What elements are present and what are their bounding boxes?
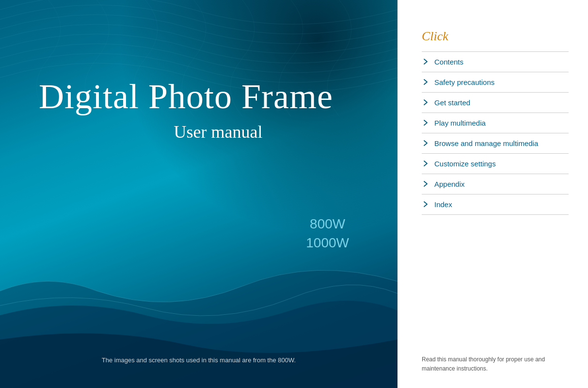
footer-note: Read this manual thoroughly for proper u… xyxy=(422,355,569,373)
right-panel: Click Contents Safety precautions Get st… xyxy=(397,0,588,388)
nav-label-customize: Customize settings xyxy=(434,159,496,169)
nav-item-index[interactable]: Index xyxy=(422,194,569,215)
nav-arrow-icon xyxy=(422,200,429,208)
nav-arrow-icon xyxy=(422,58,429,65)
nav-label-appendix: Appendix xyxy=(434,179,465,189)
cover-panel: Digital Photo Frame User manual 800W 100… xyxy=(0,0,397,388)
sub-title: User manual xyxy=(78,122,359,142)
svg-rect-0 xyxy=(0,0,397,388)
model-1000w: 1000W xyxy=(306,233,349,252)
nav-arrow-icon xyxy=(422,119,429,127)
main-title: Digital Photo Frame xyxy=(39,78,359,116)
title-area: Digital Photo Frame User manual xyxy=(39,78,359,142)
nav-arrow-icon xyxy=(422,160,429,167)
nav-item-browse-multimedia[interactable]: Browse and manage multimedia xyxy=(422,133,569,154)
cover-footer: The images and screen shots used in this… xyxy=(0,356,397,364)
nav-arrow-icon xyxy=(422,139,429,147)
nav-item-safety[interactable]: Safety precautions xyxy=(422,72,569,93)
nav-label-index: Index xyxy=(434,199,452,210)
nav-arrow-icon xyxy=(422,180,429,188)
nav-item-play-multimedia[interactable]: Play multimedia xyxy=(422,113,569,133)
click-heading: Click xyxy=(422,29,569,44)
nav-label-safety: Safety precautions xyxy=(434,77,494,87)
nav-label-browse-multimedia: Browse and manage multimedia xyxy=(434,138,538,148)
nav-arrow-icon xyxy=(422,78,429,86)
nav-label-get-started: Get started xyxy=(434,97,470,108)
nav-label-contents: Contents xyxy=(434,57,463,67)
nav-item-contents[interactable]: Contents xyxy=(422,52,569,72)
nav-item-customize[interactable]: Customize settings xyxy=(422,154,569,174)
nav-list: Contents Safety precautions Get started … xyxy=(422,52,569,343)
nav-item-appendix[interactable]: Appendix xyxy=(422,174,569,194)
nav-label-play-multimedia: Play multimedia xyxy=(434,118,486,128)
nav-item-get-started[interactable]: Get started xyxy=(422,93,569,113)
model-800w: 800W xyxy=(306,214,349,233)
model-numbers: 800W 1000W xyxy=(306,214,349,252)
nav-arrow-icon xyxy=(422,98,429,106)
